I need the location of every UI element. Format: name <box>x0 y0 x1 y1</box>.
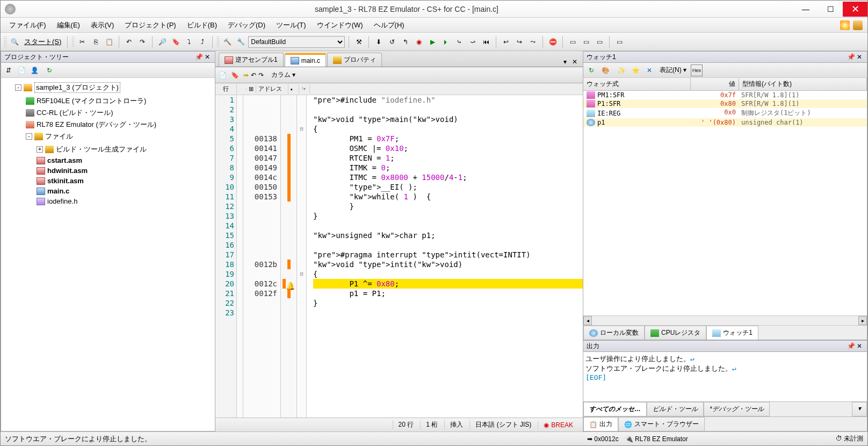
tree-cstart[interactable]: cstart.asm <box>47 156 82 164</box>
col-pointer-icon[interactable]: ☞ <box>299 84 310 93</box>
watch-row[interactable]: p1' '(0x80)unsigned char(1) <box>583 118 867 127</box>
watch-row[interactable]: P1:SFR0x80SFR[R/W 1.8](1) <box>583 99 867 108</box>
tree-hdwinit[interactable]: hdwinit.asm <box>47 167 88 175</box>
bookmark-icon[interactable]: 🔖 <box>170 36 182 48</box>
download-icon[interactable]: ⬇ <box>373 36 385 48</box>
watch-row[interactable]: IE:REG0x0制御レジスタ(1ビット) <box>583 108 867 118</box>
start-icon[interactable]: 🔍 <box>9 36 20 48</box>
step-in-icon[interactable]: ⤷ <box>453 36 465 48</box>
tree-ccrl[interactable]: CC-RL (ビルド・ツール) <box>37 108 113 118</box>
watch-notation[interactable]: 表記(N) ▾ <box>660 66 686 75</box>
project-tree[interactable]: -sample1_3 (プロジェクト) R5F104LE (マイクロコントローラ… <box>1 78 215 212</box>
tab-property[interactable]: プロパティ <box>327 53 382 67</box>
tab-close-icon[interactable]: ✕ <box>570 57 580 67</box>
menu-window[interactable]: ウインドウ(W) <box>312 18 368 32</box>
watch-hex-icon[interactable]: Hex <box>691 64 703 76</box>
watch-grid[interactable]: PM1:SFR0x7fSFR[R/W 1.8](1)P1:SFR0x80SFR[… <box>583 91 867 315</box>
col-grid-icon[interactable]: ⊞ <box>247 84 256 93</box>
tab-mainc[interactable]: main.c <box>285 53 326 67</box>
pin-icon[interactable]: 📌 <box>847 342 855 350</box>
tab-watch1[interactable]: ウォッチ1 <box>706 326 758 340</box>
hammer-icon[interactable]: ⚒ <box>353 36 365 48</box>
menu-project[interactable]: プロジェクト(P) <box>119 18 181 32</box>
cpu-reset-icon[interactable]: ↺ <box>386 36 398 48</box>
code-editor[interactable]: 1234567891011121314151617181920212223001… <box>215 95 583 418</box>
tree-user-icon[interactable]: 👤 <box>29 65 40 76</box>
watch-refresh-icon[interactable]: ↻ <box>585 64 597 76</box>
watch-hscroll[interactable]: ◂▸ <box>583 315 867 325</box>
pin-icon[interactable]: 📌 <box>194 53 203 61</box>
ignore-break-go-icon[interactable]: ⏵ <box>440 36 452 48</box>
output-tab-debug[interactable]: *デバッグ・ツール <box>704 402 770 416</box>
maximize-button[interactable]: ☐ <box>818 2 843 17</box>
menu-debug[interactable]: デバッグ(D) <box>222 18 271 32</box>
pin-icon[interactable]: 📌 <box>847 53 855 61</box>
expander-icon[interactable]: - <box>26 133 32 140</box>
window1-icon[interactable]: ▭ <box>567 36 578 48</box>
output-text[interactable]: ユーザ操作により停止しました。↵ ソフトウエア・ブレークにより停止しました。↵ … <box>583 352 867 401</box>
find-icon[interactable]: 🔎 <box>156 36 168 48</box>
stop-icon[interactable]: ◉ <box>413 36 425 48</box>
go-icon[interactable]: ▶ <box>426 36 438 48</box>
toolbar-grip[interactable] <box>4 36 7 48</box>
column-menu[interactable]: カラム ▾ <box>268 70 299 80</box>
menu-file[interactable]: ファイル(F) <box>4 18 52 32</box>
subtab-browser[interactable]: 🌐 スマート・ブラウザー <box>618 417 705 431</box>
window2-icon[interactable]: ▭ <box>580 36 592 48</box>
tree-gen[interactable]: ビルド・ツール生成ファイル <box>56 145 147 154</box>
close-icon[interactable]: ✕ <box>855 53 864 61</box>
redo-icon[interactable]: ↷ <box>136 36 148 48</box>
toolbar-grip[interactable] <box>71 36 75 48</box>
tree-iodefine[interactable]: iodefine.h <box>47 197 77 205</box>
step-over2-icon[interactable]: ⤳ <box>527 36 539 48</box>
subtab-output[interactable]: 📋 出力 <box>583 417 618 431</box>
lock-icon[interactable] <box>853 20 863 30</box>
menu-edit[interactable]: 編集(E) <box>52 18 85 32</box>
menu-help[interactable]: ヘルプ(H) <box>368 18 410 32</box>
bookmark-next-icon[interactable]: ⤵ <box>183 36 195 48</box>
start-button[interactable]: スタート(S) <box>22 37 63 47</box>
tree-stkinit[interactable]: stkinit.asm <box>47 177 84 185</box>
breakpoint-toggle-icon[interactable]: ⛔ <box>547 36 559 48</box>
tree-root[interactable]: sample1_3 (プロジェクト) <box>34 82 120 93</box>
close-icon[interactable]: ✕ <box>855 342 864 350</box>
output-tab-build[interactable]: ビルド・ツール <box>647 402 704 416</box>
help-icon[interactable] <box>840 20 850 30</box>
tree-files[interactable]: ファイル <box>45 132 73 141</box>
bookmark-prev-icon[interactable]: ⤴ <box>197 36 208 48</box>
editor-copy-icon[interactable]: 📄 <box>219 71 227 79</box>
rewind-icon[interactable]: ⏮ <box>480 36 492 48</box>
rebuild-icon[interactable]: 🔧 <box>235 36 247 48</box>
tree-sort-icon[interactable]: ⇵ <box>3 65 14 76</box>
menu-view[interactable]: 表示(V) <box>85 18 119 32</box>
cut-icon[interactable]: ✂ <box>76 36 88 48</box>
editor-redo-icon[interactable]: ↷ <box>258 71 264 79</box>
tree-mcu[interactable]: R5F104LE (マイクロコントローラ) <box>37 96 146 106</box>
tab-local-vars[interactable]: ローカル変数 <box>583 326 645 340</box>
watch-add-icon[interactable]: ✨ <box>616 64 627 76</box>
toolbar-grip[interactable] <box>216 36 220 48</box>
build-config-select[interactable]: DefaultBuild <box>248 36 345 48</box>
tab-cpu-register[interactable]: CPUレジスタ <box>645 326 706 340</box>
close-icon[interactable]: ✕ <box>203 53 212 61</box>
expander-icon[interactable]: - <box>15 84 21 91</box>
editor-undo-icon[interactable]: ↶ <box>251 71 256 79</box>
minimize-button[interactable]: — <box>793 2 818 17</box>
tree-config-icon[interactable]: 📄 <box>16 65 27 76</box>
menu-tool[interactable]: ツール(T) <box>271 18 312 32</box>
undo-icon[interactable]: ↶ <box>123 36 135 48</box>
step-over-icon[interactable]: ⤻ <box>467 36 479 48</box>
editor-nav-icon[interactable]: 🔖 <box>231 71 239 79</box>
watch-delete-icon[interactable]: ✕ <box>643 64 655 76</box>
paste-icon[interactable]: 📋 <box>103 36 115 48</box>
watch-star-icon[interactable]: ⭐ <box>630 64 641 76</box>
output-tab-menu-icon[interactable]: ▾ <box>852 402 867 416</box>
step-back-icon[interactable]: ↰ <box>400 36 411 48</box>
watch-row[interactable]: PM1:SFR0x7fSFR[R/W 1.8](1) <box>583 91 867 99</box>
tree-refresh-icon[interactable]: ↻ <box>44 65 55 76</box>
return-out-icon[interactable]: ↩ <box>500 36 512 48</box>
tab-dropdown-icon[interactable]: ▾ <box>561 57 569 67</box>
output-tab-all[interactable]: すべてのメッセ… <box>583 402 647 416</box>
window4-icon[interactable]: ▭ <box>613 36 625 48</box>
editor-next-icon[interactable]: ➡ <box>243 71 249 79</box>
